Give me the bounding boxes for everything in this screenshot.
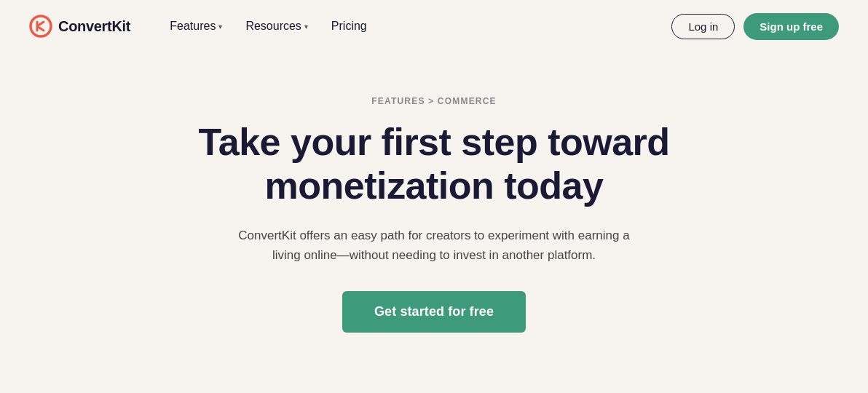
- svg-point-0: [31, 16, 51, 36]
- login-button[interactable]: Log in: [671, 14, 735, 39]
- hero-section: FEATURES > COMMERCE Take your first step…: [0, 52, 868, 362]
- nav-links: Features ▾ Resources ▾ Pricing: [159, 14, 671, 39]
- logo-icon: [29, 15, 52, 38]
- hero-title: Take your first step toward monetization…: [186, 121, 682, 208]
- navbar: ConvertKit Features ▾ Resources ▾ Pricin…: [0, 0, 868, 52]
- cta-button[interactable]: Get started for free: [342, 291, 526, 333]
- nav-actions: Log in Sign up free: [671, 13, 839, 40]
- nav-pricing[interactable]: Pricing: [321, 14, 377, 39]
- hero-subtitle: ConvertKit offers an easy path for creat…: [230, 226, 638, 265]
- breadcrumb: FEATURES > COMMERCE: [371, 96, 497, 106]
- resources-chevron-icon: ▾: [304, 23, 308, 31]
- nav-resources[interactable]: Resources ▾: [235, 14, 317, 39]
- logo-link[interactable]: ConvertKit: [29, 15, 130, 38]
- features-chevron-icon: ▾: [218, 23, 222, 31]
- signup-button[interactable]: Sign up free: [743, 13, 839, 40]
- brand-name: ConvertKit: [58, 18, 130, 35]
- nav-features[interactable]: Features ▾: [159, 14, 232, 39]
